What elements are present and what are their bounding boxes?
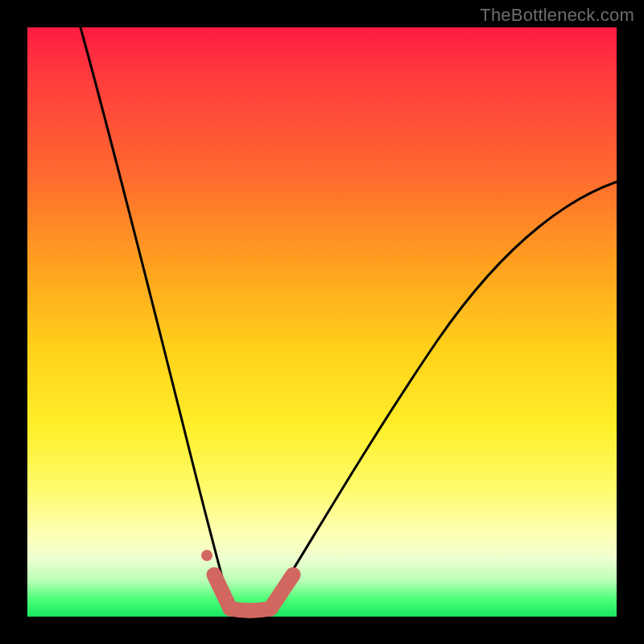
plot-area xyxy=(27,27,617,617)
curve-layer xyxy=(27,27,617,617)
marker-dot-left xyxy=(201,550,213,561)
outer-frame: TheBottleneck.com xyxy=(0,0,644,644)
bottleneck-left-curve xyxy=(80,27,232,609)
marker-thick-right xyxy=(270,575,293,609)
watermark-text: TheBottleneck.com xyxy=(480,5,634,26)
bottleneck-right-curve xyxy=(269,182,617,609)
